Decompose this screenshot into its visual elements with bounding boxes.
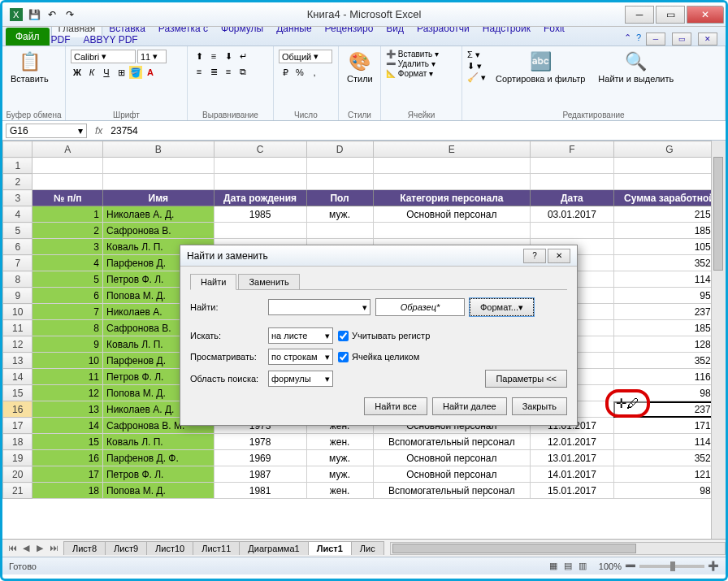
cell[interactable]: 2 [32,223,103,239]
table-header[interactable]: Дата [531,190,614,206]
table-header[interactable]: Сумма заработной [613,190,725,206]
cell[interactable]: муж. [306,466,373,483]
font-size[interactable]: 11▾ [137,50,167,63]
formula-input[interactable]: 23754 [107,124,726,137]
zoom-in-icon[interactable]: ➕ [708,561,719,571]
row-17[interactable]: 17 [3,418,32,434]
row-19[interactable]: 19 [3,450,32,466]
cell[interactable]: 15 [32,434,103,450]
cell[interactable]: 13.01.2017 [531,450,614,466]
match-case-checkbox[interactable]: Учитывать регистр [338,331,430,341]
cell[interactable]: 1969 [214,450,306,466]
vertical-scrollbar[interactable] [711,141,726,539]
redo-icon[interactable]: ↷ [63,7,77,22]
align-bot-icon[interactable]: ⬇ [222,50,235,63]
cell[interactable]: муж. [306,450,373,466]
cell[interactable]: жен. [306,434,373,450]
cell[interactable]: 17115 [613,418,725,434]
cell[interactable]: Парфенов Д. Ф. [102,450,214,466]
cell[interactable] [306,223,373,239]
find-select-button[interactable]: 🔍 Найти и выделить [595,50,677,85]
cell[interactable]: 3 [32,239,103,255]
cell[interactable]: 1985 [214,206,306,223]
cell[interactable]: 35254 [613,255,725,271]
merge-icon[interactable]: ⧉ [236,65,249,78]
cell[interactable]: Попова М. Д. [102,483,214,499]
layout-view-icon[interactable]: ▤ [561,560,574,573]
sort-filter-button[interactable]: 🔤 Сортировка и фильтр [492,50,588,85]
row-3[interactable]: 3 [3,190,32,206]
cell[interactable]: Основной персонал [373,466,531,483]
cell[interactable]: жен. [306,483,373,499]
row-1[interactable]: 1 [3,158,32,174]
comma-icon[interactable]: , [308,66,321,79]
sheet-first-icon[interactable]: ⏮ [6,543,19,553]
cell[interactable]: 1981 [214,483,306,499]
cell[interactable]: 35254 [613,353,725,369]
underline-icon[interactable]: Ч [100,66,113,79]
table-header[interactable]: Пол [306,190,373,206]
sheet-tab[interactable]: Лист8 [63,541,106,555]
normal-view-icon[interactable]: ▦ [547,560,560,573]
pagebreak-view-icon[interactable]: ▥ [576,560,589,573]
cell[interactable]: 1978 [214,434,306,450]
sheet-next-icon[interactable]: ▶ [33,543,46,553]
row-20[interactable]: 20 [3,466,32,483]
cell[interactable]: Основной персонал [373,450,531,466]
table-header[interactable]: Дата рождения [214,190,306,206]
cells-insert[interactable]: ➕ Вставить ▾ [386,50,439,59]
row-14[interactable]: 14 [3,369,32,385]
dialog-help-button[interactable]: ? [523,249,546,263]
cell[interactable]: 11456 [613,271,725,288]
row-18[interactable]: 18 [3,434,32,450]
cell[interactable]: 03.01.2017 [531,206,614,223]
cell[interactable]: 16 [32,450,103,466]
align-left-icon[interactable]: ≡ [193,65,206,78]
cell[interactable]: Николаев А. Д. [102,206,214,223]
cell[interactable]: 12821 [613,336,725,353]
italic-icon[interactable]: К [85,66,98,79]
cell[interactable]: 9800 [613,483,725,499]
autosum-icon[interactable]: Σ ▾ [467,50,486,60]
cell[interactable]: 10546 [613,239,725,255]
col-C[interactable]: C [214,141,306,158]
cell[interactable]: 17 [32,466,103,483]
row-2[interactable]: 2 [3,174,32,190]
look-in-select[interactable]: формулы▾ [268,371,333,387]
cell[interactable] [214,223,306,239]
cell[interactable]: 13 [32,401,103,418]
col-D[interactable]: D [306,141,373,158]
maximize-button[interactable]: ▭ [656,6,685,24]
currency-icon[interactable]: ₽ [279,66,292,79]
row-15[interactable]: 15 [3,385,32,401]
table-header[interactable]: Имя [102,190,214,206]
tab-replace[interactable]: Заменить [238,274,299,290]
select-all[interactable] [3,141,32,158]
col-E[interactable]: E [373,141,531,158]
help-icon[interactable]: ? [636,33,641,46]
cell[interactable] [531,223,614,239]
sheet-tab[interactable]: Лис [351,541,384,555]
cell[interactable]: 11456 [613,434,725,450]
cell[interactable]: Основной персонал [373,206,531,223]
doc-close-icon[interactable]: ✕ [698,33,717,46]
find-input[interactable]: ▾ [268,299,370,315]
cell[interactable]: Вспомогательный персонал [373,434,531,450]
cell[interactable]: 5 [32,271,103,288]
row-21[interactable]: 21 [3,483,32,499]
fill-down-icon[interactable]: ⬇ ▾ [467,61,486,72]
col-A[interactable]: A [32,141,103,158]
row-8[interactable]: 8 [3,271,32,288]
cell[interactable]: 12 [32,385,103,401]
percent-icon[interactable]: % [293,66,306,79]
cell[interactable]: 14.01.2017 [531,466,614,483]
align-mid-icon[interactable]: ≡ [207,50,220,63]
zoom-slider[interactable] [639,565,704,568]
cell[interactable]: муж. [306,206,373,223]
font-color-icon[interactable]: A [144,66,157,79]
sheet-tab[interactable]: Лист11 [193,541,240,555]
number-format[interactable]: Общий▾ [279,50,332,63]
sheet-tab[interactable]: Диаграмма1 [239,541,308,555]
options-button[interactable]: Параметры << [485,370,567,388]
row-13[interactable]: 13 [3,353,32,369]
